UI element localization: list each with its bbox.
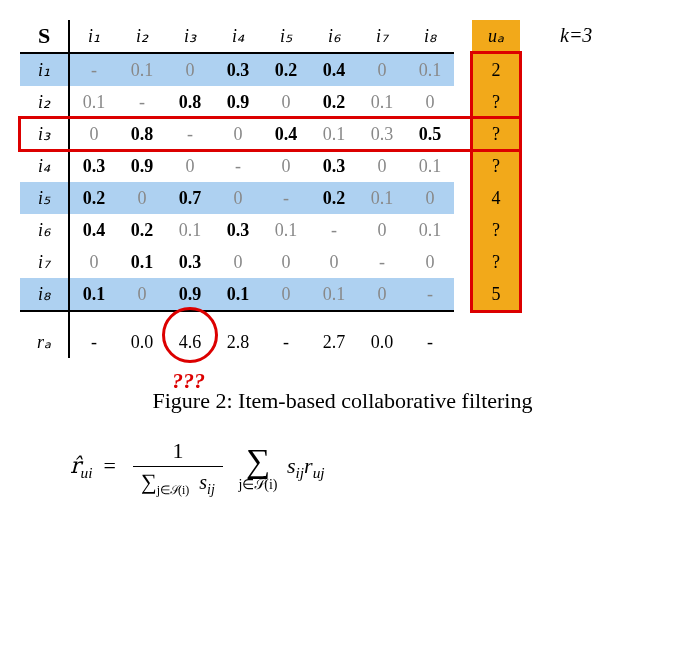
cell-value: 0.3 bbox=[227, 60, 250, 80]
cell-value: - bbox=[235, 156, 241, 176]
cell-value: 0.5 bbox=[419, 124, 442, 144]
cell-value: 0.1 bbox=[179, 220, 202, 240]
cell-value: 0.8 bbox=[131, 124, 154, 144]
cell-value: 0.1 bbox=[419, 220, 442, 240]
matrix-label: S bbox=[20, 20, 69, 53]
cell-value: 0 bbox=[282, 92, 291, 112]
col-header: i₅ bbox=[262, 20, 310, 53]
cell-value: 0 bbox=[426, 188, 435, 208]
ua-cell: ? bbox=[472, 86, 520, 118]
ua-cell: ? bbox=[472, 214, 520, 246]
cell-value: 0 bbox=[138, 284, 147, 304]
formula: r̂ui = 1 ∑j∈𝒮(i) sij ∑ j∈𝒮(i) sijruj bbox=[70, 438, 665, 498]
k-parameter: k=3 bbox=[560, 24, 592, 47]
row-header: i₁ bbox=[20, 53, 69, 86]
ra-cell: 0.0 bbox=[358, 311, 406, 358]
ua-cell: ? bbox=[472, 246, 520, 278]
cell-value: 0.3 bbox=[83, 156, 106, 176]
ua-cell: ? bbox=[472, 150, 520, 182]
cell-value: 0 bbox=[186, 156, 195, 176]
cell-value: 0 bbox=[138, 188, 147, 208]
ra-cell: - bbox=[262, 311, 310, 358]
cell-value: - bbox=[91, 60, 97, 80]
cell-value: 0 bbox=[378, 156, 387, 176]
cell-value: 0.9 bbox=[179, 284, 202, 304]
cell-value: 0.2 bbox=[83, 188, 106, 208]
ua-cell: ? bbox=[472, 118, 520, 150]
ra-cell: - bbox=[406, 311, 454, 358]
cell-value: 0.4 bbox=[83, 220, 106, 240]
cell-value: - bbox=[379, 252, 385, 272]
cell-value: 0.2 bbox=[323, 92, 346, 112]
cell-value: 0.2 bbox=[131, 220, 154, 240]
cell-value: - bbox=[139, 92, 145, 112]
cell-value: 0.7 bbox=[179, 188, 202, 208]
cell-value: 0 bbox=[234, 124, 243, 144]
cell-value: 0.1 bbox=[371, 92, 394, 112]
cell-value: 0.1 bbox=[227, 284, 250, 304]
cell-value: 0.1 bbox=[83, 92, 106, 112]
col-header: i₇ bbox=[358, 20, 406, 53]
cell-value: 0.1 bbox=[131, 60, 154, 80]
cell-value: 0 bbox=[426, 92, 435, 112]
row-header: i₃ bbox=[20, 118, 69, 150]
cell-value: 0 bbox=[378, 284, 387, 304]
diagram-wrapper: Si₁i₂i₃i₄i₅i₆i₇i₈uₐi₁-0.100.30.20.400.12… bbox=[20, 20, 660, 358]
cell-value: 0.2 bbox=[323, 188, 346, 208]
ua-header: uₐ bbox=[472, 20, 520, 53]
cell-value: 0.1 bbox=[371, 188, 394, 208]
ra-cell: 2.7 bbox=[310, 311, 358, 358]
ua-cell: 2 bbox=[472, 53, 520, 86]
figure-caption: Figure 2: Item-based collaborative filte… bbox=[20, 388, 665, 414]
cell-value: - bbox=[283, 188, 289, 208]
cell-value: 0 bbox=[90, 124, 99, 144]
ua-cell: 5 bbox=[472, 278, 520, 311]
cell-value: 0 bbox=[282, 252, 291, 272]
cell-value: 0.9 bbox=[227, 92, 250, 112]
row-header: i₅ bbox=[20, 182, 69, 214]
ra-cell: 4.6 bbox=[166, 311, 214, 358]
cell-value: 0 bbox=[330, 252, 339, 272]
cell-value: 0 bbox=[378, 220, 387, 240]
cell-value: 0.1 bbox=[131, 252, 154, 272]
cell-value: 0.2 bbox=[275, 60, 298, 80]
row-header: i₈ bbox=[20, 278, 69, 311]
col-header: i₃ bbox=[166, 20, 214, 53]
cell-value: - bbox=[427, 284, 433, 304]
cell-value: 0.1 bbox=[323, 124, 346, 144]
ra-cell: - bbox=[69, 311, 118, 358]
row-header: i₂ bbox=[20, 86, 69, 118]
cell-value: 0.1 bbox=[419, 60, 442, 80]
cell-value: 0 bbox=[90, 252, 99, 272]
ra-cell: 0.0 bbox=[118, 311, 166, 358]
col-header: i₁ bbox=[69, 20, 118, 53]
cell-value: 0.1 bbox=[83, 284, 106, 304]
cell-value: 0.9 bbox=[131, 156, 154, 176]
similarity-table: Si₁i₂i₃i₄i₅i₆i₇i₈uₐi₁-0.100.30.20.400.12… bbox=[20, 20, 520, 358]
col-header: i₆ bbox=[310, 20, 358, 53]
row-header: i₄ bbox=[20, 150, 69, 182]
cell-value: 0.1 bbox=[419, 156, 442, 176]
cell-value: 0.1 bbox=[275, 220, 298, 240]
cell-value: - bbox=[187, 124, 193, 144]
cell-value: 0.3 bbox=[323, 156, 346, 176]
cell-value: 0.4 bbox=[275, 124, 298, 144]
cell-value: 0.3 bbox=[179, 252, 202, 272]
cell-value: - bbox=[331, 220, 337, 240]
cell-value: 0 bbox=[234, 188, 243, 208]
ua-cell: 4 bbox=[472, 182, 520, 214]
cell-value: 0 bbox=[426, 252, 435, 272]
cell-value: 0 bbox=[282, 284, 291, 304]
cell-value: 0 bbox=[234, 252, 243, 272]
cell-value: 0.3 bbox=[227, 220, 250, 240]
col-header: i₂ bbox=[118, 20, 166, 53]
row-header: i₆ bbox=[20, 214, 69, 246]
cell-value: 0.8 bbox=[179, 92, 202, 112]
cell-value: 0 bbox=[186, 60, 195, 80]
ra-cell: 2.8 bbox=[214, 311, 262, 358]
ra-header: rₐ bbox=[20, 311, 69, 358]
row-header: i₇ bbox=[20, 246, 69, 278]
cell-value: 0.4 bbox=[323, 60, 346, 80]
cell-value: 0.3 bbox=[371, 124, 394, 144]
cell-value: 0 bbox=[378, 60, 387, 80]
